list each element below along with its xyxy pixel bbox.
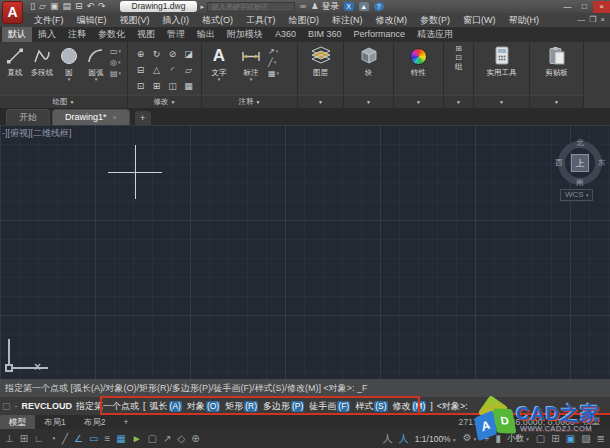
ribbon-tab[interactable]: 精选应用 bbox=[411, 27, 459, 42]
recent-commands-icon[interactable]: - bbox=[15, 401, 18, 411]
status-toggle-icon[interactable]: ∠ bbox=[74, 430, 83, 447]
maximize-button[interactable]: □ bbox=[576, 1, 593, 13]
application-menu-button[interactable]: A bbox=[2, 1, 23, 24]
doc-close-button[interactable]: × bbox=[600, 15, 605, 24]
dropdown-caret-icon[interactable]: ▾ bbox=[218, 77, 221, 82]
command-option[interactable]: 矩形 (R) bbox=[225, 400, 258, 413]
draw-small-button[interactable]: ▤▾ bbox=[110, 69, 121, 78]
modify-tool-icon[interactable]: ⊟ bbox=[137, 65, 145, 75]
command-option[interactable]: 徒手画 (F) bbox=[309, 400, 350, 413]
dropdown-caret-icon[interactable]: ▾ bbox=[68, 77, 71, 82]
doc-minimize-button[interactable]: — bbox=[577, 15, 585, 24]
annotation-scale-icon[interactable]: 人 bbox=[399, 430, 409, 447]
ribbon-tab[interactable]: 视图 bbox=[131, 27, 161, 42]
doc-restore-button[interactable]: ❐ bbox=[589, 15, 596, 24]
new-drawing-tab-button[interactable]: + bbox=[135, 111, 151, 125]
menu-item[interactable]: 绘图(D) bbox=[289, 14, 320, 27]
modify-tool-icon[interactable]: ↻ bbox=[153, 49, 161, 59]
model-space-indicator[interactable]: 模型 bbox=[583, 416, 600, 428]
modify-tool-icon[interactable]: ⊡ bbox=[137, 81, 145, 91]
status-toggle-icon[interactable]: ⊞ bbox=[551, 430, 559, 447]
qat-icon[interactable]: ⊟ bbox=[75, 1, 83, 12]
status-toggle-icon[interactable]: ↗ bbox=[163, 430, 171, 447]
viewport-controls-label[interactable]: -][俯视][二维线框] bbox=[2, 127, 72, 140]
tab-close-icon[interactable]: × bbox=[113, 114, 117, 121]
file-tab-start[interactable]: 开始 bbox=[6, 109, 50, 125]
ribbon-tab[interactable]: 管理 bbox=[161, 27, 191, 42]
status-toggle-icon[interactable]: ▭ bbox=[89, 430, 98, 447]
menu-item[interactable]: 窗口(W) bbox=[463, 14, 496, 27]
line-button[interactable]: 直线 bbox=[2, 44, 28, 77]
menu-item[interactable]: 标注(N) bbox=[332, 14, 363, 27]
properties-panel-footer[interactable]: ▼ bbox=[394, 95, 443, 108]
viewcube-top-face[interactable]: 上 bbox=[571, 154, 589, 172]
layout-tab-model[interactable]: 模型 bbox=[0, 415, 35, 429]
group-button[interactable]: ⊞⊡ 组 bbox=[446, 44, 471, 71]
sign-in-button[interactable]: 登录 bbox=[322, 1, 339, 13]
ribbon-tab[interactable]: BIM 360 bbox=[302, 27, 348, 42]
text-button[interactable]: A 文字 ▾ bbox=[204, 44, 234, 82]
help-search-input[interactable] bbox=[207, 2, 295, 12]
command-option[interactable]: 对象 (O) bbox=[187, 400, 220, 413]
modify-tool-icon[interactable]: ◜ bbox=[171, 65, 175, 75]
paste-button[interactable]: 剪贴板 bbox=[532, 44, 581, 77]
status-toggle-icon[interactable]: ▢ bbox=[148, 430, 157, 447]
modify-tool-icon[interactable]: ⊞ bbox=[153, 81, 161, 91]
status-toggle-icon[interactable]: ► bbox=[132, 430, 142, 447]
draw-small-button[interactable]: ▭▾ bbox=[110, 47, 121, 56]
menu-item[interactable]: 格式(O) bbox=[202, 14, 233, 27]
menu-item[interactable]: 编辑(E) bbox=[77, 14, 107, 27]
annotate-small-button[interactable]: ↗▾ bbox=[268, 47, 279, 56]
viewcube-north-label[interactable]: 北 bbox=[576, 138, 584, 148]
ribbon-tab[interactable]: 输出 bbox=[191, 27, 221, 42]
modify-tool-icon[interactable]: ▦ bbox=[184, 81, 193, 91]
layout-tab-1[interactable]: 布局1 bbox=[35, 415, 75, 429]
search-icon[interactable]: ∞ bbox=[300, 1, 306, 12]
ribbon-tab[interactable]: 插入 bbox=[32, 27, 62, 42]
dropdown-caret-icon[interactable]: ▾ bbox=[95, 77, 98, 82]
menu-item[interactable]: 插入(I) bbox=[163, 14, 190, 27]
menu-item[interactable]: 文件(F) bbox=[34, 14, 64, 27]
command-option[interactable]: 修改 (M) bbox=[393, 400, 427, 413]
status-toggle-icon[interactable]: ∟ bbox=[34, 430, 44, 447]
workspace-gear-button[interactable]: ⚙▼ bbox=[463, 429, 478, 448]
insert-block-button[interactable]: 块 bbox=[346, 44, 391, 77]
polyline-button[interactable]: 多段线 bbox=[29, 44, 55, 77]
qat-icon[interactable]: ▱ bbox=[39, 1, 46, 12]
modify-tool-icon[interactable]: ▱ bbox=[185, 65, 192, 75]
annotate-small-button[interactable]: ╱▾ bbox=[268, 58, 279, 67]
wcs-dropdown[interactable]: WCS ▾ bbox=[560, 189, 593, 201]
status-toggle-icon[interactable]: ◇ bbox=[177, 430, 185, 447]
status-toggle-icon[interactable]: ╱ bbox=[62, 430, 68, 447]
menu-item[interactable]: 帮助(H) bbox=[509, 14, 540, 27]
modify-tool-icon[interactable]: ⊘ bbox=[169, 49, 177, 59]
dimension-button[interactable]: 标注 ▾ bbox=[235, 44, 267, 82]
modify-tool-icon[interactable]: ◫ bbox=[168, 81, 177, 91]
status-toggle-icon[interactable]: ≡ bbox=[104, 430, 110, 447]
dropdown-caret-icon[interactable]: ▾ bbox=[250, 77, 253, 82]
draw-small-button[interactable]: ◎▾ bbox=[110, 58, 121, 67]
layers-panel-footer[interactable]: ▼ bbox=[298, 95, 343, 108]
ribbon-tab[interactable]: Performance bbox=[348, 27, 412, 42]
menu-item[interactable]: 工具(T) bbox=[246, 14, 276, 27]
command-line[interactable]: ▢ - REVCLOUD 指定第一个点或 [ 弧长 (A) 对象 (O) 矩形 … bbox=[0, 397, 610, 415]
qat-icon[interactable]: ▯ bbox=[30, 1, 35, 12]
command-option[interactable]: 弧长 (A) bbox=[150, 400, 182, 413]
qat-icon[interactable]: ▤ bbox=[62, 1, 71, 12]
status-toggle-icon[interactable]: ◔ bbox=[50, 430, 56, 447]
help-icon[interactable]: ? bbox=[374, 2, 384, 11]
layer-properties-button[interactable]: 图层 bbox=[300, 44, 341, 77]
layout-tab-2[interactable]: 布局2 bbox=[75, 415, 115, 429]
file-tab-drawing1[interactable]: Drawing1*× bbox=[52, 109, 130, 125]
annotation-scale-icon[interactable]: 人 bbox=[383, 430, 393, 447]
quick-calculator-button[interactable]: 实用工具 bbox=[476, 44, 527, 77]
modify-tool-icon[interactable]: △ bbox=[153, 65, 160, 75]
status-toggle-icon[interactable]: ▨ bbox=[581, 430, 590, 447]
viewcube-south-label[interactable]: 南 bbox=[576, 178, 584, 188]
circle-button[interactable]: 圆 ▾ bbox=[56, 44, 82, 82]
close-button[interactable]: × bbox=[593, 1, 610, 13]
status-toggle-icon[interactable]: ▢ bbox=[536, 430, 545, 447]
ribbon-tab[interactable]: 注释 bbox=[62, 27, 92, 42]
annotate-small-button[interactable]: ▦▾ bbox=[268, 69, 279, 78]
arc-button[interactable]: 圆弧 ▾ bbox=[83, 44, 109, 82]
